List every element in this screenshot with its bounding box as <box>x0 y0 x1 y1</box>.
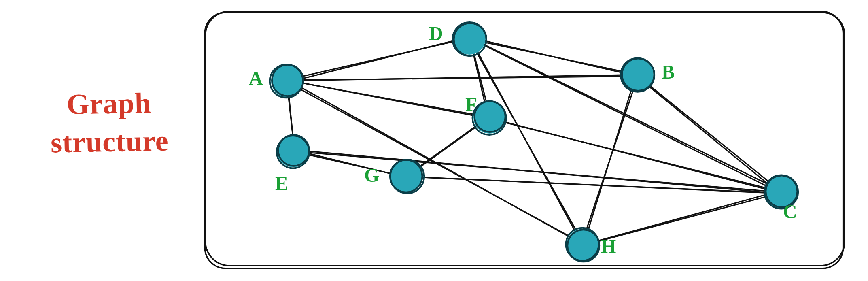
title-line-1: Graph <box>66 87 151 121</box>
edge-C-H <box>584 191 781 245</box>
edge-E-C <box>293 150 783 194</box>
graph-panel: ABCDEFGH <box>202 10 846 269</box>
diagram-stage: Graph structure ABCDEFGH <box>0 0 868 281</box>
edge-A-D <box>288 38 470 79</box>
edge-E-G <box>294 150 406 177</box>
graph-svg <box>202 10 846 269</box>
title-line-2: structure <box>50 124 169 159</box>
diagram-title: Graph structure <box>28 84 191 162</box>
edge-C-H <box>582 193 781 245</box>
edge-B-D <box>468 39 638 75</box>
edge-B-H <box>583 75 636 247</box>
edge-C-D <box>471 38 782 191</box>
edge-B-C <box>636 76 779 194</box>
edge-A-B <box>287 76 636 80</box>
